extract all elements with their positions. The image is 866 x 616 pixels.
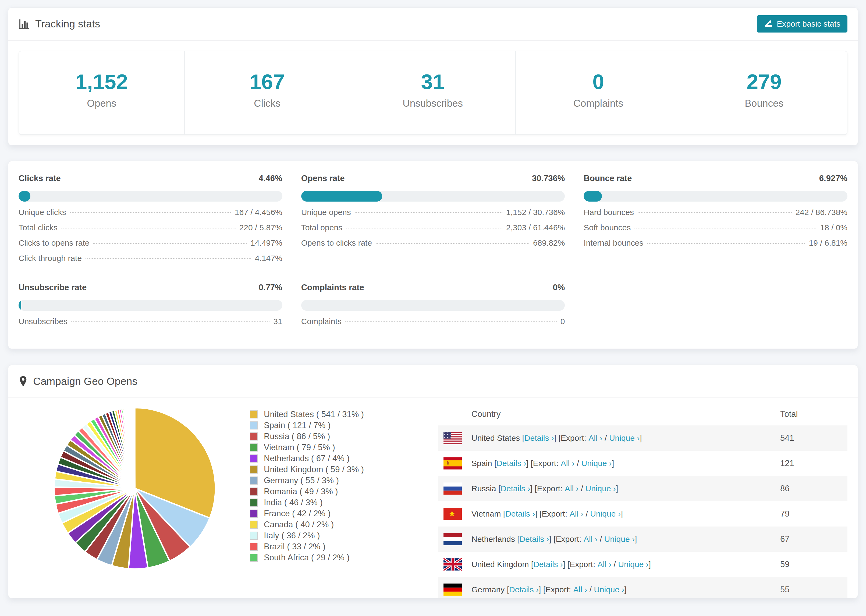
stat-complaints-value: 0 [518, 70, 678, 94]
export-basic-stats-button[interactable]: Export basic stats [757, 15, 847, 33]
dotted-leader [638, 212, 792, 213]
legend-item: South Africa ( 29 / 2% ) [250, 552, 400, 563]
rate-detail-value: 220 / 5.87% [239, 223, 282, 232]
legend-item: United Kingdom ( 59 / 3% ) [250, 464, 400, 475]
bounce-rate-block: Bounce rate 6.927% Hard bounces 242 / 86… [584, 174, 847, 263]
rate-detail-value: 2,303 / 61.446% [506, 223, 565, 232]
geo-table-row: United States [Details ›] [Export: All ›… [438, 426, 847, 451]
rate-detail-row: Hard bounces 242 / 86.738% [584, 208, 847, 217]
geo-table-row: Vietnam [Details ›] [Export: All › / Uni… [438, 501, 847, 526]
complaints-rate-title: Complaints rate [301, 283, 364, 292]
rate-detail-label: Total opens [301, 223, 342, 232]
legend-item: France ( 42 / 2% ) [250, 508, 400, 519]
flag-ru-icon [444, 482, 462, 495]
rate-detail-value: 167 / 4.456% [235, 208, 282, 217]
stat-unsubscribes-value: 31 [353, 70, 513, 94]
legend-label: Spain ( 121 / 7% ) [264, 421, 331, 430]
rate-detail-label: Clicks to opens rate [19, 238, 89, 248]
legend-item: Russia ( 86 / 5% ) [250, 431, 400, 442]
rate-detail-label: Unsubscribes [19, 317, 68, 326]
flag-nl-icon [444, 533, 462, 545]
export-all-link[interactable]: All › [570, 509, 584, 519]
export-all-link[interactable]: All › [561, 459, 575, 468]
rate-detail-value: 689.82% [533, 238, 565, 248]
rate-detail-row: Total opens 2,303 / 61.446% [301, 223, 565, 232]
legend-label: France ( 42 / 2% ) [264, 509, 331, 519]
export-unique-link[interactable]: Unique › [609, 434, 639, 443]
legend-item: India ( 46 / 3% ) [250, 497, 400, 508]
dotted-leader [635, 228, 816, 228]
legend-swatch [250, 454, 258, 462]
opens-rate-value: 30.736% [532, 174, 565, 183]
campaign-geo-opens-panel: Campaign Geo Opens United States ( 541 /… [8, 365, 858, 598]
rate-detail-row: Unique clicks 167 / 4.456% [19, 208, 282, 217]
geo-panel-header: Campaign Geo Opens [8, 365, 858, 398]
export-all-link[interactable]: All › [565, 484, 579, 493]
details-link[interactable]: Details › [509, 585, 539, 594]
tracking-stats-panel: Tracking stats Export basic stats 1,152 … [8, 8, 858, 145]
clicks-rate-title: Clicks rate [19, 174, 61, 183]
export-all-link[interactable]: All › [589, 434, 602, 443]
export-all-link[interactable]: All › [598, 560, 612, 569]
flag-es-icon [444, 457, 462, 470]
export-unique-link[interactable]: Unique › [604, 534, 635, 544]
legend-label: United States ( 541 / 31% ) [264, 410, 364, 419]
pie-slice[interactable] [134, 408, 135, 488]
rate-detail-label: Opens to clicks rate [301, 238, 372, 248]
stat-clicks-value: 167 [187, 70, 347, 94]
country-name: United Kingdom [471, 560, 531, 569]
legend-label: Vietnam ( 79 / 5% ) [264, 443, 335, 452]
legend-swatch [250, 532, 258, 540]
legend-swatch [250, 554, 258, 562]
details-link[interactable]: Details › [519, 534, 549, 544]
legend-label: Italy ( 36 / 2% ) [264, 531, 320, 541]
export-unique-link[interactable]: Unique › [618, 560, 649, 569]
rate-detail-label: Complaints [301, 317, 342, 326]
rate-detail-row: Unique opens 1,152 / 30.736% [301, 208, 565, 217]
legend-label: Russia ( 86 / 5% ) [264, 432, 330, 441]
tracking-stats-title: Tracking stats [19, 18, 100, 30]
dotted-leader [355, 212, 502, 213]
details-link[interactable]: Details › [533, 560, 563, 569]
details-link[interactable]: Details › [501, 484, 530, 493]
details-link[interactable]: Details › [505, 509, 535, 519]
legend-swatch [250, 465, 258, 473]
details-link[interactable]: Details › [524, 434, 554, 443]
geo-table-row: Netherlands [Details ›] [Export: All › /… [438, 526, 847, 552]
legend-item: Germany ( 55 / 3% ) [250, 475, 400, 486]
legend-swatch [250, 520, 258, 529]
legend-swatch [250, 421, 258, 429]
export-unique-link[interactable]: Unique › [581, 459, 612, 468]
legend-swatch [250, 410, 258, 418]
flag-de-icon [444, 583, 462, 596]
unsubscribe-rate-block: Unsubscribe rate 0.77% Unsubscribes 31 [19, 283, 282, 326]
rate-detail-row: Clicks to opens rate 14.497% [19, 238, 282, 248]
details-link[interactable]: Details › [496, 459, 526, 468]
stat-clicks: 167 Clicks [185, 51, 350, 134]
legend-label: India ( 46 / 3% ) [264, 498, 323, 508]
rate-detail-label: Unique opens [301, 208, 351, 217]
stat-opens-value: 1,152 [22, 70, 181, 94]
unsubscribe-rate-bar-fill [19, 300, 21, 311]
export-unique-link[interactable]: Unique › [594, 585, 624, 594]
rate-detail-label: Unique clicks [19, 208, 66, 217]
country-total: 67 [780, 534, 847, 544]
legend-item: Romania ( 49 / 3% ) [250, 486, 400, 497]
dotted-leader [93, 243, 247, 244]
stat-opens-label: Opens [22, 98, 181, 109]
rate-detail-row: Soft bounces 18 / 0% [584, 223, 847, 232]
legend-swatch [250, 443, 258, 451]
export-all-link[interactable]: All › [573, 585, 587, 594]
tracking-stats-header: Tracking stats Export basic stats [8, 8, 858, 41]
legend-swatch [250, 509, 258, 518]
country-name: Germany [471, 585, 507, 594]
flag-vn-icon [444, 508, 462, 520]
opens-rate-bar [301, 191, 565, 201]
total-column-header: Total [780, 409, 847, 419]
dotted-leader [71, 321, 270, 322]
legend-label: Canada ( 40 / 2% ) [264, 520, 334, 530]
export-all-link[interactable]: All › [584, 534, 598, 544]
country-total: 79 [780, 509, 847, 519]
export-unique-link[interactable]: Unique › [590, 509, 620, 519]
export-unique-link[interactable]: Unique › [586, 484, 616, 493]
